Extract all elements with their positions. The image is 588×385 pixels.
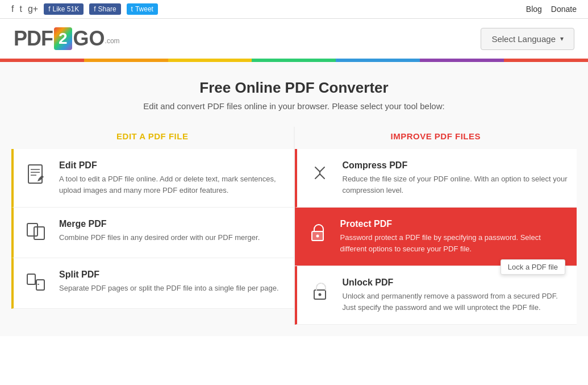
twitter-icon[interactable]: t <box>19 4 22 14</box>
split-pdf-icon <box>23 270 50 297</box>
logo-number: 2 <box>54 27 72 50</box>
logo-com-text: .com <box>105 37 120 45</box>
logo-go-text: GO <box>73 27 105 51</box>
edit-pdf-card[interactable]: Edit PDF A tool to edit a PDF file onlin… <box>11 149 294 208</box>
compress-pdf-card[interactable]: Compress PDF Reduce the file size of you… <box>295 149 577 208</box>
protect-pdf-desc: Password protect a PDF file by specifyin… <box>340 232 568 254</box>
fb-icon: f <box>48 5 50 13</box>
share-label: Share <box>98 5 116 13</box>
split-pdf-title: Split PDF <box>59 270 285 280</box>
facebook-like-button[interactable]: f Like 51K <box>44 3 84 15</box>
unlock-pdf-icon <box>306 278 333 305</box>
split-pdf-card[interactable]: Split PDF Separate PDF pages or split th… <box>11 258 294 309</box>
svg-rect-6 <box>27 274 35 284</box>
like-label: Like 51K <box>53 5 80 13</box>
select-language-label: Select Language <box>491 34 556 44</box>
compress-pdf-content: Compress PDF Reduce the file size of you… <box>343 160 568 196</box>
tw-icon: t <box>131 5 133 13</box>
split-pdf-desc: Separate PDF pages or split the PDF file… <box>59 283 285 294</box>
select-language-button[interactable]: Select Language <box>481 28 574 50</box>
compress-pdf-desc: Reduce the file size of your PDF online.… <box>343 173 568 196</box>
split-pdf-content: Split PDF Separate PDF pages or split th… <box>59 270 285 294</box>
tool-columns: EDIT A PDF FILE Edit PDF A tool to edi <box>11 127 577 325</box>
protect-pdf-content: Protect PDF Password protect a PDF file … <box>340 219 568 254</box>
unlock-pdf-content: Unlock PDF Unlock and permanently remove… <box>343 278 568 313</box>
compress-pdf-title: Compress PDF <box>343 160 568 171</box>
unlock-pdf-desc: Unlock and permanently remove a password… <box>343 291 568 313</box>
compress-pdf-icon <box>306 160 333 188</box>
svg-rect-4 <box>27 223 37 236</box>
protect-pdf-icon <box>304 219 331 246</box>
tweet-label: Tweet <box>135 5 153 13</box>
hero-subtitle: Edit and convert PDF files online in you… <box>11 101 577 111</box>
logo[interactable]: PDF 2 GO .com <box>14 27 120 51</box>
header: PDF 2 GO .com Select Language <box>0 19 588 59</box>
merge-pdf-desc: Combine PDF files in any desired order w… <box>59 232 285 243</box>
blog-link[interactable]: Blog <box>526 5 542 14</box>
logo-pdf-text: PDF <box>14 27 53 51</box>
protect-pdf-title: Protect PDF <box>340 219 568 229</box>
unlock-pdf-card[interactable]: Unlock PDF Unlock and permanently remove… <box>295 266 577 325</box>
googleplus-icon[interactable]: g+ <box>28 4 38 14</box>
edit-pdf-icon <box>23 160 50 188</box>
top-bar: f t g+ f Like 51K f Share t Tweet Blog D… <box>0 0 588 19</box>
edit-pdf-title: Edit PDF <box>59 160 285 171</box>
hero-title: Free Online PDF Converter <box>11 79 577 97</box>
left-column: EDIT A PDF FILE Edit PDF A tool to edi <box>11 127 295 325</box>
merge-pdf-card[interactable]: Merge PDF Combine PDF files in any desir… <box>11 208 294 258</box>
facebook-share-button[interactable]: f Share <box>89 3 120 15</box>
right-col-header: IMPROVE PDF FILES <box>295 127 577 149</box>
merge-pdf-content: Merge PDF Combine PDF files in any desir… <box>59 219 285 243</box>
top-bar-left: f t g+ f Like 51K f Share t Tweet <box>11 3 158 15</box>
merge-pdf-icon <box>23 219 50 246</box>
fb-share-icon: f <box>94 5 95 13</box>
protect-pdf-card[interactable]: Protect PDF Password protect a PDF file … <box>295 208 577 266</box>
left-col-header: EDIT A PDF FILE <box>11 127 294 149</box>
twitter-tweet-button[interactable]: t Tweet <box>127 3 158 15</box>
lock-tooltip: Lock a PDF file <box>501 259 565 275</box>
donate-link[interactable]: Donate <box>551 5 577 14</box>
svg-rect-7 <box>36 280 44 290</box>
svg-point-13 <box>318 293 321 296</box>
facebook-icon[interactable]: f <box>11 4 14 14</box>
svg-rect-5 <box>34 227 44 239</box>
unlock-pdf-title: Unlock PDF <box>343 278 568 288</box>
merge-pdf-title: Merge PDF <box>59 219 285 229</box>
top-bar-right: Blog Donate <box>526 5 577 14</box>
right-column: IMPROVE PDF FILES Compress PDF Reduce th… <box>295 127 577 325</box>
svg-point-11 <box>316 235 319 238</box>
edit-pdf-content: Edit PDF A tool to edit a PDF file onlin… <box>59 160 285 196</box>
edit-pdf-desc: A tool to edit a PDF file online. Add or… <box>59 173 285 196</box>
main-content: Free Online PDF Converter Edit and conve… <box>0 62 588 336</box>
